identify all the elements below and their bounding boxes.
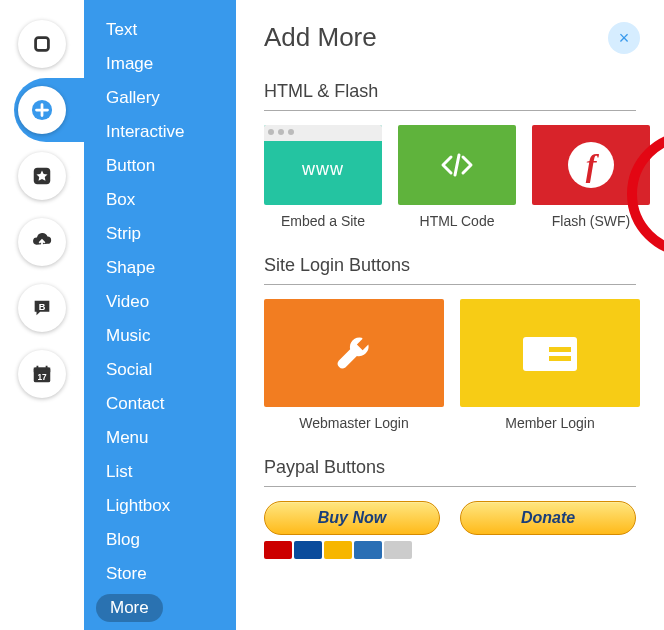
flash-thumb: f xyxy=(532,125,650,205)
sidebar-item-gallery[interactable]: Gallery xyxy=(106,84,224,112)
section-html-flash-title: HTML & Flash xyxy=(264,81,636,111)
sidebar-item-interactive[interactable]: Interactive xyxy=(106,118,224,146)
flash-label: Flash (SWF) xyxy=(552,213,631,229)
sidebar-item-blog[interactable]: Blog xyxy=(106,526,224,554)
category-sidebar: Text Image Gallery Interactive Button Bo… xyxy=(84,0,236,630)
credit-card-icons xyxy=(264,541,440,559)
sidebar-item-menu[interactable]: Menu xyxy=(106,424,224,452)
card-html-code[interactable]: HTML Code xyxy=(398,125,516,229)
sidebar-item-store[interactable]: Store xyxy=(106,560,224,588)
svg-text:17: 17 xyxy=(37,373,47,382)
member-thumb xyxy=(460,299,640,407)
html-code-label: HTML Code xyxy=(420,213,495,229)
buy-now-label: Buy Now xyxy=(318,509,386,527)
sidebar-item-box[interactable]: Box xyxy=(106,186,224,214)
rail-add-button[interactable] xyxy=(18,86,66,134)
amex-icon xyxy=(354,541,382,559)
section-paypal-title: Paypal Buttons xyxy=(264,457,636,487)
card-icon xyxy=(519,329,581,377)
webmaster-label: Webmaster Login xyxy=(299,415,408,431)
section-login-title: Site Login Buttons xyxy=(264,255,636,285)
browser-bar-icon xyxy=(264,125,382,141)
sidebar-item-button[interactable]: Button xyxy=(106,152,224,180)
card-embed-site[interactable]: www Embed a Site xyxy=(264,125,382,229)
sidebar-item-lightbox[interactable]: Lightbox xyxy=(106,492,224,520)
bank-icon xyxy=(384,541,412,559)
cloud-upload-icon xyxy=(31,231,53,253)
sidebar-item-text[interactable]: Text xyxy=(106,16,224,44)
star-icon xyxy=(31,165,53,187)
wrench-icon xyxy=(331,330,377,376)
sidebar-item-strip[interactable]: Strip xyxy=(106,220,224,248)
calendar-icon: 17 xyxy=(31,363,53,385)
svg-rect-5 xyxy=(34,368,51,373)
sidebar-item-social[interactable]: Social xyxy=(106,356,224,384)
paypal-icon xyxy=(294,541,322,559)
paypal-donate-button[interactable]: Donate xyxy=(460,501,636,535)
sidebar-item-contact[interactable]: Contact xyxy=(106,390,224,418)
card-member-login[interactable]: Member Login xyxy=(460,299,640,431)
sidebar-item-more[interactable]: More xyxy=(96,594,163,622)
svg-rect-9 xyxy=(549,356,571,361)
html-code-thumb xyxy=(398,125,516,205)
flash-icon: f xyxy=(568,142,614,188)
sidebar-item-image[interactable]: Image xyxy=(106,50,224,78)
plus-icon xyxy=(31,99,53,121)
rail-appstore-button[interactable] xyxy=(18,152,66,200)
donate-label: Donate xyxy=(521,509,575,527)
sidebar-item-shape[interactable]: Shape xyxy=(106,254,224,282)
sidebar-item-video[interactable]: Video xyxy=(106,288,224,316)
page-title: Add More xyxy=(264,22,636,53)
code-icon xyxy=(437,145,477,185)
svg-rect-0 xyxy=(36,38,49,51)
nav-rail: B 17 xyxy=(0,0,84,630)
close-icon: × xyxy=(619,28,630,49)
sidebar-item-music[interactable]: Music xyxy=(106,322,224,350)
login-cards: Webmaster Login Member Login xyxy=(264,299,636,431)
embed-site-thumb: www xyxy=(264,125,382,205)
sidebar-item-list[interactable]: List xyxy=(106,458,224,486)
html-flash-cards: www Embed a Site HTML Code f Flash (SWF) xyxy=(264,125,636,229)
close-button[interactable]: × xyxy=(608,22,640,54)
card-flash[interactable]: f Flash (SWF) xyxy=(532,125,650,229)
embed-site-label: Embed a Site xyxy=(281,213,365,229)
square-icon xyxy=(31,33,53,55)
paypal-buy-now-button[interactable]: Buy Now xyxy=(264,501,440,535)
paypal-row: Buy Now Donate xyxy=(264,501,636,559)
webmaster-thumb xyxy=(264,299,444,407)
svg-rect-8 xyxy=(549,347,571,352)
rail-bookings-button[interactable]: 17 xyxy=(18,350,66,398)
visa-icon xyxy=(324,541,352,559)
main-panel: Add More × HTML & Flash www Embed a Site… xyxy=(236,0,664,630)
chat-b-icon: B xyxy=(31,297,53,319)
card-webmaster-login[interactable]: Webmaster Login xyxy=(264,299,444,431)
embed-www-text: www xyxy=(302,159,344,180)
rail-pages-button[interactable] xyxy=(18,20,66,68)
svg-rect-7 xyxy=(523,337,577,371)
member-label: Member Login xyxy=(505,415,595,431)
rail-blog-button[interactable]: B xyxy=(18,284,66,332)
svg-text:B: B xyxy=(39,302,46,312)
rail-upload-button[interactable] xyxy=(18,218,66,266)
mastercard-icon xyxy=(264,541,292,559)
